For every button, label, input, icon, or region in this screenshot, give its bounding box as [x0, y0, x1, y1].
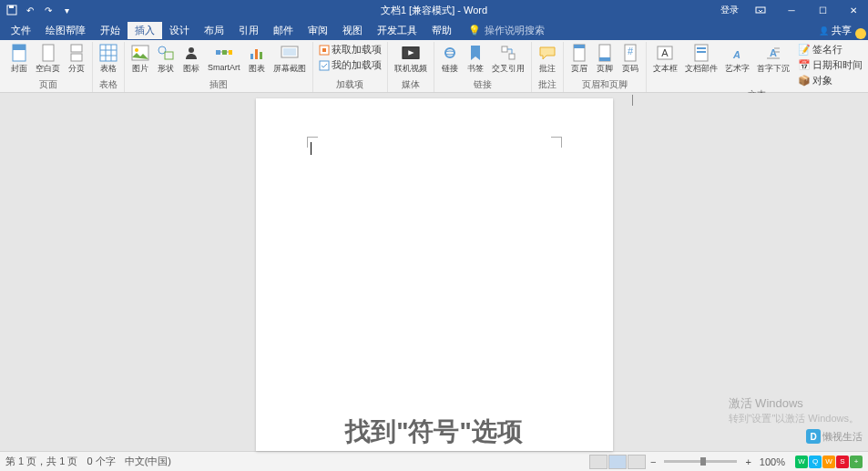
feedback-icon[interactable] [855, 28, 866, 39]
svg-rect-28 [320, 61, 329, 70]
drop-cap-button[interactable]: A首字下沉 [754, 42, 792, 77]
tab-layout[interactable]: 布局 [197, 22, 231, 39]
tab-references[interactable]: 引用 [231, 22, 266, 39]
page-indicator[interactable]: 第 1 页，共 1 页 [5, 455, 77, 468]
zoom-out-button[interactable]: − [647, 456, 659, 467]
word-count[interactable]: 0 个字 [87, 455, 115, 468]
maximize-button[interactable]: ☐ [808, 0, 837, 20]
svg-text:#: # [627, 46, 633, 56]
smartart-button[interactable]: SmartArt [205, 42, 243, 74]
social-qq-icon[interactable]: Q [809, 456, 822, 468]
svg-rect-44 [697, 51, 706, 53]
cross-reference-button[interactable]: 交叉引用 [489, 42, 527, 77]
header-button[interactable]: 页眉 [567, 42, 591, 77]
quick-parts-button[interactable]: 文档部件 [682, 42, 720, 77]
tab-view[interactable]: 视图 [335, 22, 370, 39]
zoom-in-button[interactable]: + [741, 456, 754, 467]
social-wechat-icon[interactable]: W [795, 456, 808, 468]
tab-file[interactable]: 文件 [4, 22, 38, 39]
shapes-button[interactable]: 形状 [154, 42, 178, 77]
qat-dropdown-icon[interactable]: ▾ [60, 4, 73, 16]
bookmark-button[interactable]: 书签 [464, 42, 487, 77]
title-bar: ↶ ↷ ▾ 文档1 [兼容模式] - Word 登录 ─ ☐ ✕ [0, 0, 868, 20]
social-share-icon[interactable]: S [836, 456, 849, 468]
footer-button[interactable]: 页脚 [593, 42, 617, 77]
comment-button[interactable]: 批注 [536, 42, 559, 77]
page-number-button[interactable]: #页码 [618, 42, 642, 77]
group-comments: 批注 批注 [532, 42, 564, 92]
activation-watermark: 激活 Windows 转到"设置"以激活 Windows。 [729, 395, 860, 425]
ribbon: 封面 空白页 分页 页面 表格 表格 图片 形状 图标 SmartArt 图表 … [0, 40, 868, 93]
tell-me-search[interactable]: 💡 操作说明搜索 [468, 24, 545, 37]
screenshot-button[interactable]: 屏幕截图 [271, 42, 309, 77]
tab-review[interactable]: 审阅 [301, 22, 335, 39]
svg-point-14 [135, 48, 138, 52]
ribbon-options-icon[interactable] [746, 0, 775, 20]
read-mode-button[interactable] [589, 455, 608, 469]
link-button[interactable]: 链接 [438, 42, 462, 77]
svg-rect-18 [216, 50, 220, 55]
svg-rect-37 [599, 57, 610, 61]
zoom-slider[interactable] [664, 460, 737, 463]
group-pages: 封面 空白页 分页 页面 [4, 42, 93, 92]
lightbulb-icon: 💡 [468, 25, 481, 36]
svg-rect-5 [43, 45, 54, 61]
svg-rect-32 [502, 46, 507, 52]
svg-rect-7 [71, 54, 82, 61]
document-page[interactable] [256, 98, 613, 451]
blank-page-button[interactable]: 空白页 [33, 42, 63, 77]
signature-line-button[interactable]: 📝签名行 [796, 42, 864, 57]
svg-rect-33 [509, 54, 515, 59]
tab-developer[interactable]: 开发工具 [370, 22, 424, 39]
zoom-level[interactable]: 100% [756, 456, 789, 467]
document-area: 找到"符号"选项 激活 Windows 转到"设置"以激活 Windows。 D… [0, 93, 868, 451]
tab-design[interactable]: 设计 [162, 22, 197, 39]
tab-mailings[interactable]: 邮件 [266, 22, 301, 39]
login-button[interactable]: 登录 [715, 4, 744, 16]
group-media: 联机视频 媒体 [388, 42, 434, 92]
redo-icon[interactable]: ↷ [42, 4, 55, 16]
ruler-cursor-marker [632, 95, 633, 106]
group-label: 加载项 [336, 78, 363, 92]
group-links: 链接 书签 交叉引用 链接 [434, 42, 532, 92]
object-button[interactable]: 📦对象 [796, 73, 864, 88]
my-addins-button[interactable]: 我的加载项 [317, 57, 383, 73]
online-video-button[interactable]: 联机视频 [392, 42, 430, 77]
group-addins: 获取加载项 我的加载项 加载项 [313, 42, 388, 92]
tab-help[interactable]: 帮助 [424, 22, 459, 39]
language-indicator[interactable]: 中文(中国) [125, 455, 171, 468]
instruction-caption: 找到"符号"选项 [345, 415, 523, 449]
page-break-button[interactable]: 分页 [65, 42, 88, 77]
close-button[interactable]: ✕ [839, 0, 868, 20]
group-label: 表格 [99, 78, 117, 92]
tab-insert[interactable]: 插入 [128, 22, 162, 39]
web-layout-button[interactable] [628, 455, 646, 469]
wordart-button[interactable]: A艺术字 [722, 42, 752, 77]
group-text: A文本框 文档部件 A艺术字 A首字下沉 📝签名行 📅日期和时间 📦对象 文本 [647, 42, 868, 92]
icons-button[interactable]: 图标 [179, 42, 203, 77]
tab-home[interactable]: 开始 [93, 22, 128, 39]
table-button[interactable]: 表格 [97, 42, 120, 77]
tab-drawhelp[interactable]: 绘图帮障 [38, 22, 93, 39]
svg-rect-6 [71, 45, 82, 52]
group-label: 插图 [209, 78, 228, 92]
get-addins-button[interactable]: 获取加载项 [317, 42, 383, 57]
tell-me-label: 操作说明搜索 [485, 24, 545, 37]
chart-button[interactable]: 图表 [245, 42, 269, 77]
svg-rect-8 [100, 45, 117, 61]
group-label: 媒体 [402, 78, 420, 92]
date-time-button[interactable]: 📅日期和时间 [796, 57, 864, 73]
cover-page-button[interactable]: 封面 [7, 42, 31, 77]
svg-point-17 [189, 47, 194, 53]
undo-icon[interactable]: ↶ [24, 4, 36, 16]
minimize-button[interactable]: ─ [777, 0, 806, 20]
share-button[interactable]: 👤 共享 [819, 24, 852, 37]
social-weibo-icon[interactable]: W [822, 456, 835, 468]
svg-point-31 [445, 51, 454, 55]
save-icon[interactable] [5, 4, 18, 16]
quick-access-toolbar: ↶ ↷ ▾ [0, 4, 73, 16]
pictures-button[interactable]: 图片 [128, 42, 152, 77]
social-more-icon[interactable]: + [850, 456, 863, 468]
text-box-button[interactable]: A文本框 [650, 42, 680, 77]
print-layout-button[interactable] [608, 455, 627, 469]
